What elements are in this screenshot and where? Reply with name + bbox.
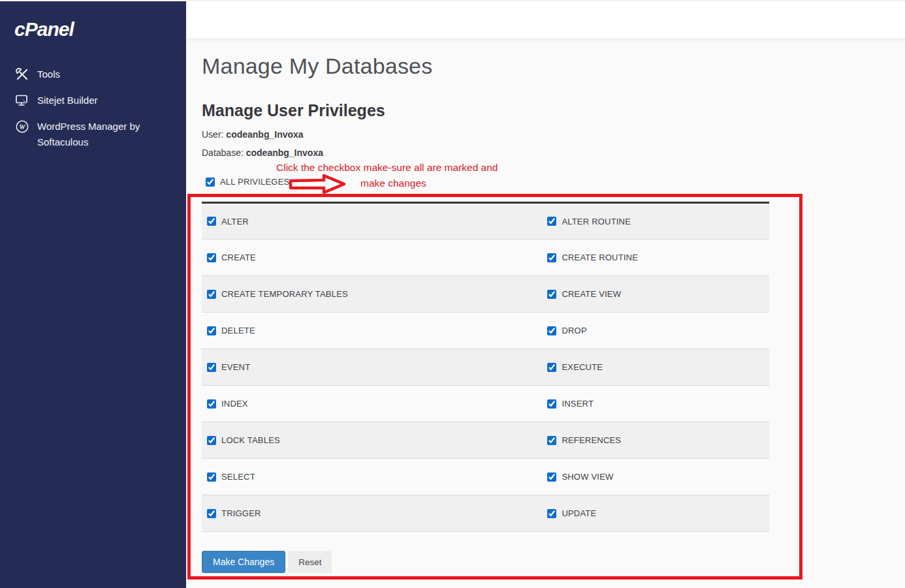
tools-icon (16, 68, 29, 82)
privilege-option[interactable]: EVENT (207, 362, 542, 372)
privilege-option[interactable]: LOCK TABLES (207, 435, 542, 445)
privilege-option[interactable]: CREATE ROUTINE (547, 253, 769, 262)
privilege-checkbox[interactable] (547, 217, 556, 226)
annotation-text-line2: make changes (360, 178, 426, 189)
privilege-option[interactable]: UPDATE (547, 508, 769, 518)
privilege-label: CREATE ROUTINE (562, 253, 638, 262)
privilege-option[interactable]: SELECT (207, 472, 542, 482)
table-row: EVENT EXECUTE (202, 349, 769, 386)
annotation-arrow-icon (288, 173, 347, 194)
privilege-label: DROP (562, 326, 586, 335)
privilege-checkbox[interactable] (207, 472, 216, 482)
privilege-label: LOCK TABLES (221, 435, 280, 445)
sidebar-item-label: Tools (37, 67, 171, 82)
user-line: User: codeanbg_Invoxa (202, 129, 304, 140)
privilege-checkbox[interactable] (547, 290, 556, 299)
privilege-label: DELETE (221, 326, 255, 335)
privilege-label: SHOW VIEW (562, 472, 613, 482)
reset-button[interactable]: Reset (288, 551, 332, 573)
privilege-option[interactable]: CREATE VIEW (547, 289, 769, 299)
privilege-checkbox[interactable] (547, 436, 556, 445)
privilege-label: CREATE (221, 253, 256, 262)
action-buttons: Make Changes Reset (202, 551, 332, 573)
table-row: ALTER ALTER ROUTINE (202, 203, 769, 240)
table-row: INDEX INSERT (202, 386, 769, 422)
privilege-checkbox[interactable] (547, 253, 556, 262)
privilege-label: CREATE VIEW (562, 289, 621, 299)
privilege-checkbox[interactable] (207, 253, 216, 262)
privilege-label: INDEX (221, 399, 248, 409)
sidebar-item-sitejet-builder[interactable]: Sitejet Builder (0, 87, 186, 114)
top-bar (186, 1, 905, 39)
table-row: TRIGGER UPDATE (202, 495, 769, 532)
privilege-option[interactable]: DROP (547, 326, 769, 335)
privilege-checkbox[interactable] (207, 509, 216, 518)
sitejet-monitor-pen-icon (16, 94, 29, 108)
database-value: codeanbg_Invoxa (246, 147, 323, 158)
user-value: codeanbg_Invoxa (226, 129, 303, 140)
all-privileges-checkbox[interactable] (206, 178, 215, 187)
privilege-label: REFERENCES (562, 435, 621, 445)
sidebar: cPanel Tools (0, 1, 186, 588)
wordpress-icon: W (16, 120, 29, 134)
sidebar-item-label: WordPress Manager by Softaculous (37, 119, 171, 150)
make-changes-button[interactable]: Make Changes (202, 551, 285, 573)
section-title: Manage User Privileges (202, 101, 385, 120)
window-top-strip (0, 0, 905, 1)
privilege-label: ALTER ROUTINE (562, 217, 631, 226)
database-label: Database: (202, 147, 244, 158)
svg-text:W: W (19, 123, 25, 131)
privilege-label: ALTER (221, 217, 249, 226)
table-row: CREATE CREATE ROUTINE (202, 240, 769, 276)
table-row: SELECT SHOW VIEW (202, 459, 769, 495)
privilege-option[interactable]: DELETE (207, 326, 542, 335)
privileges-table: ALTER ALTER ROUTINE CREATE CREATE ROUTIN… (202, 202, 769, 532)
privilege-checkbox[interactable] (547, 472, 556, 482)
privilege-checkbox[interactable] (547, 326, 556, 335)
privilege-checkbox[interactable] (547, 509, 556, 518)
cpanel-logo: cPanel (14, 18, 74, 40)
user-label: User: (202, 129, 223, 140)
privilege-checkbox[interactable] (547, 399, 556, 409)
privilege-label: SELECT (221, 472, 255, 482)
all-privileges-option[interactable]: ALL PRIVILEGES (206, 177, 289, 187)
cpanel-window: cPanel Tools (0, 0, 905, 588)
privilege-label: INSERT (562, 399, 594, 409)
table-row: LOCK TABLES REFERENCES (202, 422, 769, 459)
privilege-option[interactable]: INDEX (207, 399, 542, 409)
privilege-checkbox[interactable] (207, 217, 216, 226)
table-row: CREATE TEMPORARY TABLES CREATE VIEW (202, 276, 769, 313)
privilege-checkbox[interactable] (547, 363, 556, 372)
privilege-option[interactable]: REFERENCES (547, 435, 769, 445)
privilege-label: EXECUTE (562, 362, 603, 372)
privilege-label: UPDATE (562, 508, 596, 518)
privilege-option[interactable]: ALTER ROUTINE (547, 217, 769, 226)
table-row: DELETE DROP (202, 313, 769, 349)
privilege-option[interactable]: CREATE TEMPORARY TABLES (207, 289, 542, 299)
all-privileges-label: ALL PRIVILEGES (220, 177, 289, 187)
annotation-text-line1: Click the checkbox make-sure all are mar… (276, 162, 498, 174)
privilege-option[interactable]: CREATE (207, 253, 542, 262)
privilege-option[interactable]: TRIGGER (207, 508, 542, 518)
sidebar-item-tools[interactable]: Tools (0, 61, 186, 87)
privilege-option[interactable]: ALTER (207, 217, 542, 226)
page-title: Manage My Databases (202, 54, 432, 79)
privilege-label: CREATE TEMPORARY TABLES (221, 289, 348, 299)
privilege-option[interactable]: SHOW VIEW (547, 472, 769, 482)
privilege-checkbox[interactable] (207, 436, 216, 445)
sidebar-item-label: Sitejet Builder (37, 93, 171, 108)
privilege-option[interactable]: INSERT (547, 399, 769, 409)
privilege-checkbox[interactable] (207, 399, 216, 409)
privilege-checkbox[interactable] (207, 290, 216, 299)
privilege-option[interactable]: EXECUTE (547, 362, 769, 372)
privilege-label: TRIGGER (221, 508, 261, 518)
privilege-label: EVENT (221, 362, 250, 372)
sidebar-nav: Tools Sitejet Builder W (0, 61, 186, 155)
sidebar-item-wordpress-manager[interactable]: W WordPress Manager by Softaculous (0, 114, 186, 155)
database-line: Database: codeanbg_Invoxa (202, 147, 323, 158)
privilege-checkbox[interactable] (207, 363, 216, 372)
privilege-checkbox[interactable] (207, 326, 216, 335)
